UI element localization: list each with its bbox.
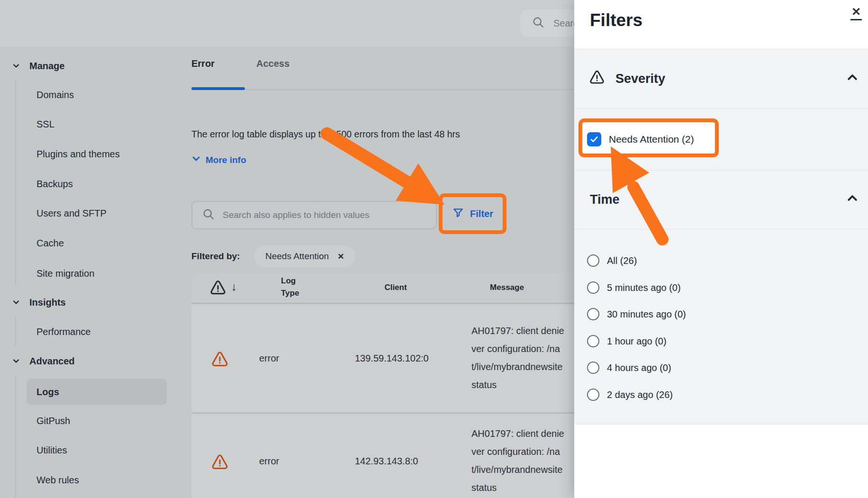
time-option-5-minutes[interactable]: 5 minutes ago (0): [587, 280, 681, 296]
radio-option-label: 30 minutes ago (0): [607, 309, 686, 320]
time-option-30-minutes[interactable]: 30 minutes ago (0): [587, 306, 686, 322]
time-option-1-hour[interactable]: 1 hour ago (0): [587, 333, 667, 349]
radio-option-label: 2 days ago (26): [607, 389, 673, 400]
section-divider: [574, 109, 868, 109]
close-icon[interactable]: ✕: [850, 6, 862, 20]
warning-triangle-icon: [589, 69, 605, 89]
screenshot-root: Manage Domains SSL Plugins and themes Ba…: [0, 0, 868, 498]
radio-option-label: 4 hours ago (0): [607, 362, 671, 373]
filters-title: Filters: [590, 10, 642, 30]
radio-unchecked-icon[interactable]: [587, 335, 599, 347]
severity-section-header[interactable]: Severity: [589, 49, 859, 109]
chevron-up-icon[interactable]: [846, 71, 859, 87]
chevron-up-icon[interactable]: [846, 192, 859, 208]
radio-unchecked-icon[interactable]: [587, 308, 599, 320]
radio-unchecked-icon[interactable]: [587, 362, 599, 374]
time-option-all[interactable]: All (26): [587, 253, 637, 269]
time-option-4-hours[interactable]: 4 hours ago (0): [587, 360, 671, 376]
radio-option-label: 5 minutes ago (0): [607, 282, 681, 293]
radio-unchecked-icon[interactable]: [587, 254, 599, 267]
annotation-arrow-to-checkbox: [598, 136, 674, 249]
drawer-backdrop-scrim: [0, 0, 574, 498]
time-option-2-days[interactable]: 2 days ago (26): [587, 387, 673, 403]
radio-option-label: All (26): [607, 255, 637, 266]
radio-unchecked-icon[interactable]: [587, 389, 599, 401]
radio-unchecked-icon[interactable]: [587, 281, 599, 294]
severity-section-label: Severity: [615, 72, 665, 86]
panel-footer-divider: [574, 424, 868, 425]
radio-option-label: 1 hour ago (0): [607, 336, 667, 347]
annotation-arrow-to-filter: [313, 122, 464, 222]
